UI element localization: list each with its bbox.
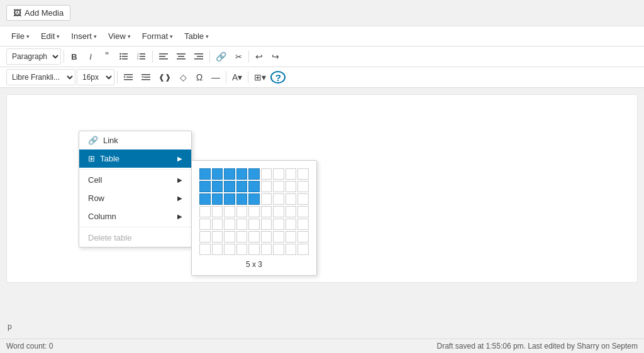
grid-cell[interactable] (261, 181, 272, 192)
grid-cell[interactable] (236, 181, 248, 192)
grid-cell[interactable] (248, 244, 260, 255)
grid-cell[interactable] (261, 206, 272, 217)
grid-cell[interactable] (297, 231, 309, 242)
unlink-button[interactable]: ✂ (231, 48, 246, 65)
grid-cell[interactable] (273, 206, 284, 217)
add-media-button[interactable]: 🖼 Add Media (6, 5, 70, 21)
align-left-button[interactable] (155, 48, 172, 65)
grid-cell[interactable] (297, 219, 309, 230)
grid-cell[interactable] (286, 168, 297, 180)
grid-cell[interactable] (224, 181, 235, 192)
grid-cell[interactable] (236, 219, 248, 230)
grid-cell[interactable] (297, 244, 309, 255)
grid-cell[interactable] (297, 168, 309, 180)
grid-cell[interactable] (199, 193, 211, 205)
outdent-button[interactable] (138, 69, 154, 85)
grid-cell[interactable] (224, 206, 235, 217)
grid-cell[interactable] (212, 244, 223, 255)
italic-button[interactable]: I (83, 48, 98, 65)
grid-cell[interactable] (248, 193, 260, 205)
grid-cell[interactable] (212, 193, 223, 205)
grid-cell[interactable] (297, 181, 309, 192)
grid-cell[interactable] (273, 193, 284, 205)
grid-cell[interactable] (212, 168, 223, 180)
grid-cell[interactable] (199, 244, 211, 255)
menu-file[interactable]: File ▾ (6, 29, 35, 43)
grid-cell[interactable] (236, 244, 248, 255)
grid-cell[interactable] (286, 206, 297, 217)
grid-cell[interactable] (224, 244, 235, 255)
menu-edit[interactable]: Edit ▾ (36, 29, 65, 43)
grid-cell[interactable] (199, 219, 211, 230)
grid-cell[interactable] (286, 244, 297, 255)
grid-cell[interactable] (236, 168, 248, 180)
grid-cell[interactable] (286, 181, 297, 192)
grid-cell[interactable] (199, 231, 211, 242)
context-table[interactable]: ⊞ Table ▶ (79, 149, 191, 168)
grid-cell[interactable] (212, 206, 223, 217)
grid-cell[interactable] (224, 219, 235, 230)
grid-cell[interactable] (273, 231, 284, 242)
menu-insert[interactable]: Insert ▾ (66, 29, 102, 43)
help-button[interactable]: ? (270, 71, 286, 84)
clear-format-button[interactable]: ◇ (175, 69, 191, 85)
grid-cell[interactable] (273, 219, 284, 230)
grid-cell[interactable] (212, 231, 223, 242)
grid-cell[interactable] (199, 181, 211, 192)
grid-cell[interactable] (248, 206, 260, 217)
grid-cell[interactable] (248, 231, 260, 242)
grid-cell[interactable] (212, 181, 223, 192)
grid-cell[interactable] (261, 231, 272, 242)
grid-cell[interactable] (236, 206, 248, 217)
grid-cell[interactable] (273, 168, 284, 180)
grid-cell[interactable] (248, 168, 260, 180)
blockquote2-button[interactable]: ❰❱ (155, 69, 174, 85)
link-button[interactable]: 🔗 (213, 48, 230, 65)
grid-cell[interactable] (236, 193, 248, 205)
context-column[interactable]: Column ▶ (79, 207, 191, 225)
context-link[interactable]: 🔗 Link (79, 131, 191, 149)
grid-cell[interactable] (273, 244, 284, 255)
grid-cell[interactable] (261, 193, 272, 205)
context-delete-table[interactable]: Delete table (79, 229, 191, 247)
grid-cell[interactable] (199, 168, 211, 180)
ordered-list-button[interactable]: 1.2.3. (133, 48, 150, 65)
grid-cell[interactable] (224, 193, 235, 205)
bold-button[interactable]: B (67, 48, 82, 65)
context-cell[interactable]: Cell ▶ (79, 171, 191, 189)
grid-cell[interactable] (248, 219, 260, 230)
grid-cell[interactable] (261, 219, 272, 230)
grid-cell[interactable] (261, 244, 272, 255)
align-center-button[interactable] (173, 48, 189, 65)
indent-button[interactable] (120, 69, 136, 85)
grid-cell[interactable] (297, 206, 309, 217)
grid-cell[interactable] (224, 168, 235, 180)
menu-format[interactable]: Format ▾ (137, 29, 178, 43)
grid-cell[interactable] (212, 219, 223, 230)
context-row[interactable]: Row ▶ (79, 189, 191, 207)
grid-cell[interactable] (286, 219, 297, 230)
grid-cell[interactable] (273, 181, 284, 192)
special-char-button[interactable]: Ω (192, 69, 207, 85)
menu-table[interactable]: Table ▾ (179, 29, 214, 43)
font-color-button[interactable]: A▾ (229, 69, 245, 85)
grid-cell[interactable] (248, 181, 260, 192)
font-size-select[interactable]: 16px 12px 14px 18px (77, 69, 114, 85)
blockquote-button[interactable]: " (99, 48, 114, 65)
align-right-button[interactable] (191, 48, 207, 65)
grid-cell[interactable] (297, 193, 309, 205)
table2-button[interactable]: ⊞▾ (251, 69, 269, 85)
paragraph-select[interactable]: Paragraph Heading 1 Heading 2 (6, 48, 61, 65)
grid-cell[interactable] (286, 193, 297, 205)
grid-cell[interactable] (199, 206, 211, 217)
grid-cell[interactable] (236, 231, 248, 242)
grid-cell[interactable] (286, 231, 297, 242)
grid-cell[interactable] (224, 231, 235, 242)
redo-button[interactable]: ↪ (268, 48, 283, 65)
unordered-list-button[interactable] (116, 48, 132, 65)
menu-view[interactable]: View ▾ (103, 29, 136, 43)
grid-cell[interactable] (261, 168, 272, 180)
font-select[interactable]: Libre Frankli... (6, 69, 75, 85)
hr-button[interactable]: — (208, 69, 223, 85)
undo-button[interactable]: ↩ (252, 48, 267, 65)
